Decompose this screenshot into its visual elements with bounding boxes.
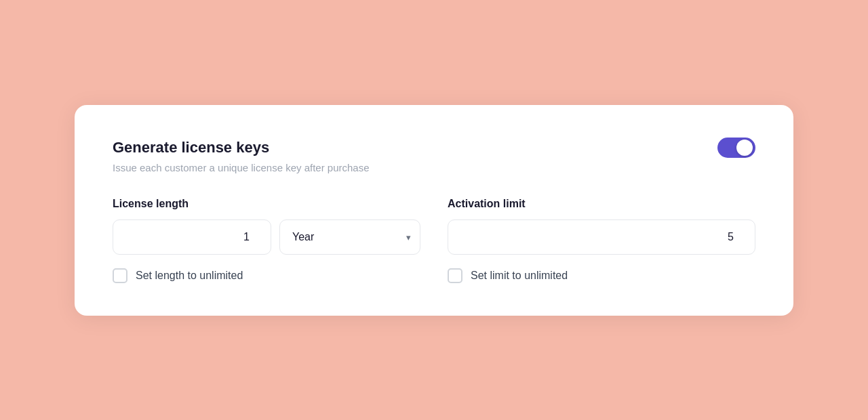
set-limit-unlimited-checkbox[interactable] bbox=[448, 268, 462, 283]
set-limit-unlimited-label[interactable]: Set limit to unlimited bbox=[471, 270, 568, 282]
license-length-number-input[interactable] bbox=[113, 219, 271, 255]
card-subtitle: Issue each customer a unique license key… bbox=[113, 162, 755, 173]
license-length-inputs: Year Month Week Day ▾ bbox=[113, 219, 420, 255]
activation-limit-input[interactable] bbox=[448, 219, 755, 255]
generate-keys-toggle[interactable] bbox=[717, 138, 755, 158]
license-length-select-wrapper: Year Month Week Day ▾ bbox=[279, 219, 420, 255]
license-length-group: License length Year Month Week Day ▾ Set… bbox=[113, 198, 420, 283]
activation-limit-group: Activation limit Set limit to unlimited bbox=[448, 198, 755, 283]
set-limit-unlimited-row: Set limit to unlimited bbox=[448, 268, 755, 283]
card-header: Generate license keys bbox=[113, 138, 755, 158]
toggle-thumb bbox=[736, 140, 753, 156]
license-keys-card: Generate license keys Issue each custome… bbox=[75, 105, 793, 316]
activation-limit-label: Activation limit bbox=[448, 198, 755, 210]
license-length-label: License length bbox=[113, 198, 420, 210]
set-length-unlimited-checkbox[interactable] bbox=[113, 268, 127, 283]
license-length-select[interactable]: Year Month Week Day bbox=[279, 219, 420, 255]
fields-container: License length Year Month Week Day ▾ Set… bbox=[113, 198, 755, 283]
card-title: Generate license keys bbox=[113, 139, 269, 156]
toggle-track bbox=[717, 138, 755, 158]
set-length-unlimited-row: Set length to unlimited bbox=[113, 268, 420, 283]
set-length-unlimited-label[interactable]: Set length to unlimited bbox=[136, 270, 243, 282]
